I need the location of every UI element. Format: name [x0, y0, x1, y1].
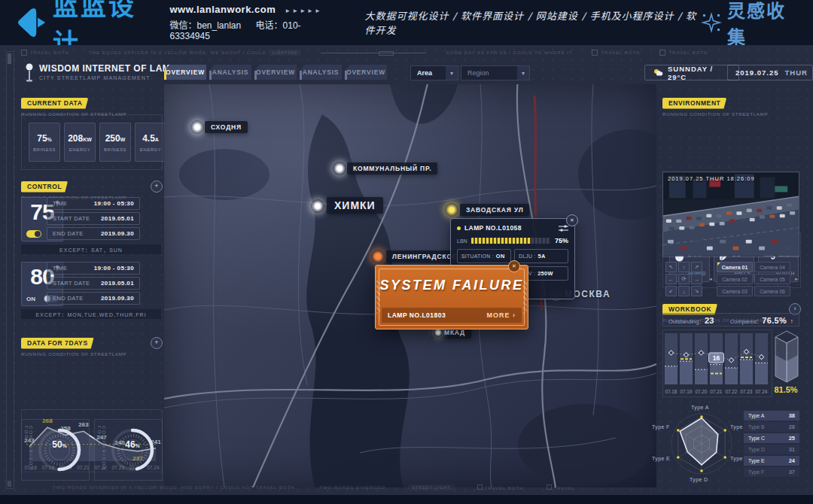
footer-text: TWO ROADS DIVERGED	[319, 485, 385, 490]
footer-text: TRAVEL	[547, 484, 576, 490]
stat-label: ENERGY	[140, 147, 161, 152]
stat-tile-energy: 208KW ENERGY	[64, 123, 96, 162]
map-pin-leningradskoe[interactable]	[371, 250, 385, 263]
close-icon[interactable]: ✕	[566, 214, 578, 226]
arrows-decor: ►►►►►	[285, 8, 322, 14]
map-label[interactable]: КОММУНАЛЬНЫЙ ПР.	[347, 162, 437, 175]
type-row-e[interactable]: Type E24	[744, 456, 799, 466]
time-row: TIME19:00 - 05:30	[47, 197, 140, 210]
outstanding-value: 23	[705, 316, 714, 325]
gauge-value: 50	[52, 439, 62, 450]
camera-feed[interactable]: 2019.07.25 THUR 18:26:09	[662, 172, 799, 257]
gauge-chart	[109, 427, 156, 473]
radar-axis-label: Type E	[652, 456, 670, 461]
camera-01-button[interactable]: Camera 01	[717, 262, 753, 272]
control-add-button[interactable]: +	[151, 181, 163, 193]
row-key: END DATE	[53, 230, 84, 237]
type-row-a[interactable]: Type A38	[744, 411, 799, 421]
workbook-side-value: 81.5%	[771, 385, 801, 394]
stat-label: BRINESS	[33, 147, 56, 152]
camera-next-button[interactable]: ►	[793, 262, 799, 296]
pan-down-button[interactable]: ↓	[678, 286, 690, 296]
website-link[interactable]: www.lanlanwork.com	[169, 4, 276, 15]
chevron-down-icon: ▾	[517, 66, 529, 80]
tab-overview-1[interactable]: OVERVIEW	[164, 65, 206, 80]
lbn-label: LBN	[457, 238, 467, 244]
stat-unit: A	[155, 137, 159, 142]
pan-right-button[interactable]: →	[691, 274, 702, 284]
map-label[interactable]: ХИМКИ	[327, 197, 383, 214]
seven-days-add-button[interactable]: +	[151, 337, 163, 349]
lamp-cell-current: DLJU :5A	[514, 249, 568, 263]
status-dot	[457, 226, 461, 230]
nav-tabs: OVERVIEW ANALYSIS OVERVIEW ANALYSIS OVER…	[164, 65, 387, 80]
pan-down-left-button[interactable]: ↙	[665, 286, 677, 296]
tab-overview-2[interactable]: OVERVIEW	[254, 65, 297, 80]
workbook-stats: Outstanding：23 Compared：76.5% ↑	[662, 313, 799, 326]
svg-text:07.20: 07.20	[696, 389, 708, 394]
more-button[interactable]: MORE ›	[486, 311, 516, 319]
lamp-cell-situation: SITUATION :ON	[457, 249, 511, 263]
lbn-progress-bar	[471, 238, 550, 244]
comparison-gauge-1: COMPARISON FOR 50%	[21, 419, 90, 481]
radar-axis-label: Type F	[652, 424, 670, 430]
svg-text:07.23: 07.23	[741, 389, 753, 394]
camera-05-button[interactable]: Camera 05	[754, 274, 790, 284]
footer-decor: TWO ROADS DIVERGED IN A YELLOW WOOD, AND…	[53, 484, 792, 490]
map-label[interactable]: ЗАВОДСКАЯ УЛ	[460, 204, 529, 216]
pan-up-left-button[interactable]: ↖	[665, 262, 677, 272]
ticker-item: TRAVEL BOTH	[21, 50, 69, 56]
left-scroll-track[interactable]	[6, 51, 14, 489]
chevron-right-icon: ›	[513, 311, 516, 319]
map-label[interactable]: СХОДНЯ	[205, 121, 248, 133]
bar-chart: 1607.1807.1907.2007.2107.2207.2307.24	[663, 330, 772, 396]
seven-days-header: DATA FOR 7DAYS RUNNING CONDITION OF STRE…	[21, 335, 126, 357]
camera-prev-button[interactable]: ◄	[708, 262, 714, 296]
environment-subtitle: RUNNING CONDITION OF STREETLAMP	[662, 111, 768, 117]
control-tag: CONTROL	[21, 181, 68, 193]
pan-up-right-button[interactable]: ↗	[691, 262, 702, 272]
area-select[interactable]: Area ▾	[410, 65, 458, 80]
stat-value: 208	[68, 133, 83, 144]
close-icon[interactable]: ✕	[508, 260, 520, 272]
map-pin-zavodskaya[interactable]	[445, 203, 458, 217]
map-pin-kommunalny[interactable]	[333, 162, 346, 175]
lamp-toggle-1[interactable]	[26, 230, 41, 238]
map-pin-skhodnya[interactable]	[190, 120, 204, 134]
weather-box: SUNNDAY / 29°C	[644, 65, 739, 80]
lanlan-logo-icon	[14, 6, 47, 39]
sliders-icon[interactable]	[559, 225, 568, 232]
pan-left-button[interactable]: ←	[665, 274, 677, 284]
outstanding-label: Outstanding：	[668, 318, 705, 325]
except-bar-2: EXCEPT：MON,TUE,WED,THUR,FRI	[21, 309, 161, 319]
ticker-item: TRAVEL BOTH	[659, 50, 708, 56]
stat-tile-energy-2: 4.5A ENERGY	[135, 123, 166, 162]
chevron-down-icon: ▾	[446, 66, 458, 80]
region-select[interactable]: Region ▾	[461, 65, 530, 80]
map-pin-khimki[interactable]	[311, 199, 324, 213]
type-row-f[interactable]: Type F37	[744, 467, 799, 477]
reset-view-button[interactable]: ⟳	[678, 274, 690, 284]
type-row-d[interactable]: Type D31	[744, 445, 799, 454]
camera-02-button[interactable]: Camera 02	[717, 274, 753, 284]
pan-down-right-button[interactable]: ↘	[691, 286, 702, 296]
system-failure-popup: ✕ SYSTEM FAILURE LAMP NO.L01803 MORE ›	[375, 265, 528, 329]
stat-label: ENERGY	[69, 147, 90, 152]
type-row-c[interactable]: Type C25	[744, 433, 799, 443]
compared-label: Compared：	[730, 318, 763, 325]
spark-icon	[702, 13, 721, 32]
pan-up-button[interactable]: ↑	[678, 262, 690, 272]
ticker-item: SOME DAY AS FAR AS I COULD TO WHERE IT	[446, 50, 572, 55]
gauge-label: COMPARISON FOR	[24, 426, 33, 480]
app-title-block: WISDOM INTERNET OF LAMP CITY STREETLAMP …	[39, 63, 177, 80]
tab-analysis-2[interactable]: ANALYSIS	[300, 65, 342, 80]
type-row-b[interactable]: Type B28	[744, 422, 799, 432]
tab-analysis-1[interactable]: ANALYSIS	[209, 65, 251, 80]
row-key: TIME	[53, 265, 68, 272]
failure-message: SYSTEM FAILURE	[376, 278, 528, 293]
camera-04-button[interactable]: Camera 04	[754, 262, 790, 272]
camera-03-button[interactable]: Camera 03	[717, 286, 753, 296]
city-map[interactable]: СХОДНЯ КОММУНАЛЬНЫЙ ПР. ХИМКИ ЗАВОДСКАЯ …	[164, 84, 656, 487]
camera-06-button[interactable]: Camera 06	[754, 286, 790, 296]
tab-overview-3[interactable]: OVERVIEW	[345, 65, 387, 80]
